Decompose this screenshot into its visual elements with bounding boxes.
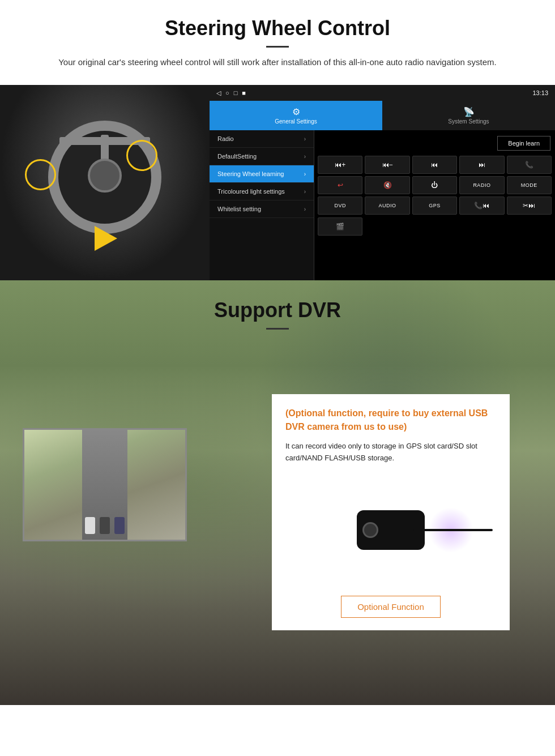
dvr-divider: [266, 328, 289, 330]
ctrl-audio[interactable]: AUDIO: [365, 197, 409, 215]
thumb-car-white: [85, 517, 95, 534]
camera-body: [357, 510, 425, 550]
ctrl-phone-prev[interactable]: 📞⏮: [459, 197, 504, 215]
ctrl-prev-track[interactable]: ⏮: [412, 156, 457, 174]
cam-lens: [362, 522, 378, 538]
menu-radio[interactable]: Radio ›: [210, 130, 314, 148]
steering-image: [0, 85, 210, 280]
menu-steering-wheel[interactable]: Steering Wheel learning ›: [210, 165, 314, 183]
statusbar-time: 13:13: [532, 89, 548, 96]
begin-learn-row: Begin learn: [318, 134, 552, 153]
ctrl-radio[interactable]: RADIO: [459, 176, 504, 194]
chevron-default: ›: [304, 153, 306, 160]
ctrl-phone[interactable]: 📞: [507, 156, 552, 174]
menu-icon: ■: [242, 89, 246, 97]
chevron-radio: ›: [304, 136, 306, 142]
thumb-car-dark: [100, 517, 110, 534]
cam-device: [357, 510, 425, 550]
steering-subtitle: Your original car's steering wheel contr…: [34, 55, 521, 69]
back-icon: ◁: [216, 89, 221, 97]
tab-system[interactable]: 📡 System Settings: [382, 101, 555, 130]
statusbar-icons: ◁ ○ □ ■: [216, 89, 246, 97]
tab-general-label: General Settings: [275, 118, 317, 125]
dvr-thumbnail-image: [23, 428, 187, 541]
ctrl-power[interactable]: ⏻: [412, 176, 457, 194]
steering-demo: ◁ ○ □ ■ 13:13 ⚙ General Settings 📡 Syste…: [0, 85, 555, 280]
ctrl-next-track[interactable]: ⏭: [459, 156, 504, 174]
chevron-tricoloured: ›: [304, 189, 306, 195]
ctrl-dvd[interactable]: DVD: [318, 197, 362, 215]
dvr-info-box: (Optional function, require to buy exter…: [272, 394, 510, 630]
ctrl-mode[interactable]: MODE: [507, 176, 552, 194]
dvr-description: It can record video only to storage in G…: [285, 441, 496, 464]
dvr-main-content: (Optional function, require to buy exter…: [0, 338, 555, 642]
dvr-optional-title: (Optional function, require to buy exter…: [285, 407, 496, 434]
menu-default-setting[interactable]: DefaultSetting ›: [210, 148, 314, 165]
title-divider: [266, 46, 289, 48]
chevron-steering: ›: [304, 171, 306, 177]
dvr-title-area: Support DVR: [0, 280, 555, 338]
ctrl-cut-next[interactable]: ✂⏭: [507, 197, 552, 215]
sw-outer-ring: [48, 121, 161, 234]
android-menu: Radio › DefaultSetting › Steering Wheel …: [210, 130, 314, 280]
chevron-whitelist: ›: [304, 206, 306, 212]
home-icon: ○: [225, 89, 229, 97]
system-settings-icon: 📡: [463, 106, 475, 117]
android-statusbar: ◁ ○ □ ■ 13:13: [210, 85, 555, 101]
android-content: Radio › DefaultSetting › Steering Wheel …: [210, 130, 555, 280]
tab-general[interactable]: ⚙ General Settings: [210, 101, 382, 130]
ctrl-extra-dvr[interactable]: 🎬: [318, 217, 362, 236]
menu-whitelist[interactable]: Whitelist setting ›: [210, 200, 314, 218]
cam-cable: [413, 529, 493, 531]
optional-function-button[interactable]: Optional Function: [341, 596, 441, 618]
dvr-left-area: [17, 349, 261, 541]
ctrl-mute[interactable]: 🔇: [365, 176, 409, 194]
section-steering: Steering Wheel Control Your original car…: [0, 0, 555, 280]
steering-wheel-bg: [0, 85, 210, 280]
thumb-cars: [85, 517, 125, 534]
general-settings-icon: ⚙: [292, 106, 300, 117]
steering-title-area: Steering Wheel Control Your original car…: [0, 0, 555, 75]
thumb-car-blue: [114, 517, 125, 534]
menu-tricoloured[interactable]: Tricoloured light settings ›: [210, 183, 314, 200]
ctrl-vol-plus[interactable]: ⏮+: [318, 156, 362, 174]
yellow-arrow: [95, 226, 117, 251]
ctrl-buttons-grid: ⏮+ ⏮− ⏮ ⏭ 📞 ↩ 🔇 ⏻ RADIO MODE DVD AUDIO G…: [318, 156, 552, 215]
sw-center: [88, 159, 122, 193]
ctrl-back-call[interactable]: ↩: [318, 176, 362, 194]
android-panel: ◁ ○ □ ■ 13:13 ⚙ General Settings 📡 Syste…: [210, 85, 555, 280]
ctrl-extra-row: 🎬: [318, 217, 552, 236]
android-right-panel: Begin learn ⏮+ ⏮− ⏮ ⏭ 📞 ↩ 🔇 ⏻ RADIO MODE: [314, 130, 555, 280]
recent-icon: □: [234, 89, 238, 97]
android-tabs: ⚙ General Settings 📡 System Settings: [210, 101, 555, 130]
steering-title: Steering Wheel Control: [23, 16, 532, 40]
dvr-title: Support DVR: [23, 298, 532, 322]
dvr-camera-image: [285, 473, 496, 587]
ctrl-gps[interactable]: GPS: [412, 197, 457, 215]
section-dvr: Support DVR (Optional function, require …: [0, 280, 555, 705]
tab-system-label: System Settings: [448, 118, 489, 125]
ctrl-vol-minus[interactable]: ⏮−: [365, 156, 409, 174]
yellow-circle-right: [126, 140, 157, 171]
begin-learn-button[interactable]: Begin learn: [497, 136, 550, 151]
